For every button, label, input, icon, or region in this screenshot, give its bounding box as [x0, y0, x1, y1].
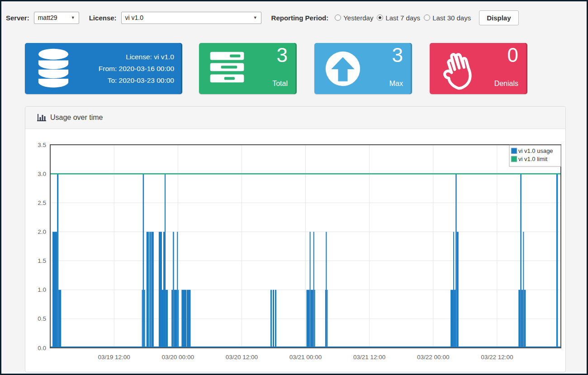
server-select-value: matt29: [38, 14, 57, 21]
usage-chart: 3.53.02.52.01.51.00.50.003/19 12:0003/20…: [25, 129, 565, 372]
usage-bar: [173, 232, 174, 348]
radio-unselected-icon[interactable]: [424, 14, 430, 21]
chevron-down-icon: ▼: [253, 15, 257, 20]
usage-bar: [165, 174, 166, 348]
from-line: From: 2020-03-16 00:00: [72, 63, 174, 75]
total-label: Total: [272, 80, 288, 88]
legend-swatch[interactable]: [511, 148, 517, 154]
license-select[interactable]: vi v1.0 ▼: [121, 12, 261, 24]
usage-bar: [151, 232, 154, 348]
usage-bar: [181, 290, 186, 348]
reporting-period-radios: YesterdayLast 7 daysLast 30 days: [331, 14, 471, 22]
hand-stop-icon: [440, 46, 483, 91]
license-info-card: License: vi v1.0 From: 2020-03-16 00:00 …: [25, 43, 182, 94]
usage-bar: [58, 290, 61, 348]
server-stack-icon: [209, 51, 245, 87]
y-tick-label: 2.0: [38, 228, 46, 235]
y-tick-label: 0.0: [38, 345, 46, 351]
usage-bar: [313, 232, 314, 348]
server-label: Server:: [6, 14, 29, 22]
radio-label: Last 7 days: [385, 14, 420, 22]
x-tick-label: 03/21 12:00: [353, 354, 385, 361]
usage-bar: [149, 232, 151, 348]
usage-bar: [310, 232, 311, 348]
usage-bar: [52, 232, 57, 348]
x-tick-label: 03/20 12:00: [226, 354, 258, 361]
usage-bar: [142, 290, 143, 348]
usage-bar: [457, 232, 459, 348]
usage-bar: [453, 232, 454, 348]
usage-bar: [455, 174, 456, 348]
x-tick-label: 03/20 00:00: [162, 354, 194, 361]
panel-header: Usage over time: [25, 107, 565, 129]
usage-bar: [326, 232, 327, 348]
usage-bar: [187, 290, 191, 348]
max-value: 3: [392, 44, 403, 66]
chevron-down-icon: ▼: [71, 15, 75, 20]
total-card: 3 Total: [199, 43, 297, 94]
toolbar: Server: matt29 ▼ License: vi v1.0 ▼ Repo…: [6, 9, 519, 26]
y-tick-label: 1.0: [38, 286, 46, 293]
x-tick-label: 03/22 00:00: [417, 354, 449, 361]
radio-last-30-days[interactable]: Last 30 days: [424, 14, 471, 22]
y-tick-label: 0.5: [38, 315, 46, 322]
x-tick-label: 03/21 00:00: [289, 354, 322, 361]
chart-area: 3.53.02.52.01.51.00.50.003/19 12:0003/20…: [25, 129, 565, 372]
legend-label[interactable]: vi v1.0 usage: [518, 147, 553, 154]
usage-bar: [454, 290, 455, 348]
denials-value: 0: [507, 44, 518, 66]
x-tick-label: 03/19 12:00: [98, 354, 130, 361]
radio-last-7-days[interactable]: Last 7 days: [377, 14, 420, 22]
legend-swatch[interactable]: [511, 156, 517, 162]
y-tick-label: 2.5: [38, 199, 46, 206]
bar-chart-icon: [37, 114, 46, 122]
usage-bar: [147, 232, 149, 348]
usage-bar: [143, 174, 144, 348]
server-select[interactable]: matt29 ▼: [34, 12, 79, 24]
arrow-circle-up-icon: [324, 50, 361, 87]
usage-bar: [57, 174, 58, 348]
usage-bar: [520, 174, 522, 348]
usage-bar: [273, 290, 274, 348]
max-label: Max: [389, 80, 403, 88]
usage-bar: [518, 290, 520, 348]
radio-yesterday[interactable]: Yesterday: [335, 14, 373, 22]
usage-bar: [275, 290, 276, 348]
reporting-period-label: Reporting Period:: [271, 14, 329, 22]
usage-bar: [177, 232, 178, 348]
usage-bar: [311, 290, 313, 348]
radio-unselected-icon[interactable]: [335, 14, 341, 21]
usage-bar: [162, 290, 163, 348]
radio-label: Yesterday: [343, 14, 373, 22]
usage-bar: [270, 290, 272, 348]
x-tick-label: 03/22 12:00: [481, 354, 513, 361]
max-card: 3 Max: [314, 43, 412, 94]
license-line: License: vi v1.0: [72, 51, 174, 63]
y-tick-label: 3.0: [38, 171, 46, 177]
usage-bar: [306, 290, 309, 348]
radio-label: Last 30 days: [432, 14, 471, 22]
radio-selected-icon[interactable]: [377, 14, 383, 21]
usage-over-time-panel: Usage over time 3.53.02.52.01.51.00.50.0…: [25, 106, 566, 372]
license-card-text: License: vi v1.0 From: 2020-03-16 00:00 …: [72, 51, 182, 86]
usage-bar: [163, 232, 165, 348]
total-value: 3: [277, 44, 288, 66]
license-select-value: vi v1.0: [125, 14, 143, 21]
usage-bar: [314, 290, 315, 348]
usage-bar: [522, 290, 523, 348]
usage-bar: [174, 290, 177, 348]
y-tick-label: 1.5: [38, 257, 46, 264]
database-icon: [35, 48, 72, 90]
panel-title: Usage over time: [50, 114, 103, 122]
usage-bar: [171, 290, 173, 348]
denials-label: Denials: [494, 80, 518, 88]
usage-bar: [450, 290, 453, 348]
denials-card: 0 Denials: [430, 43, 527, 94]
usage-bar: [159, 232, 162, 348]
license-label: License:: [89, 14, 117, 22]
usage-bar: [327, 290, 327, 348]
to-line: To: 2020-03-23 00:00: [72, 75, 174, 86]
display-button[interactable]: Display: [479, 10, 518, 25]
legend-label[interactable]: vi v1.0 limit: [518, 156, 548, 162]
y-tick-label: 3.5: [38, 142, 46, 148]
